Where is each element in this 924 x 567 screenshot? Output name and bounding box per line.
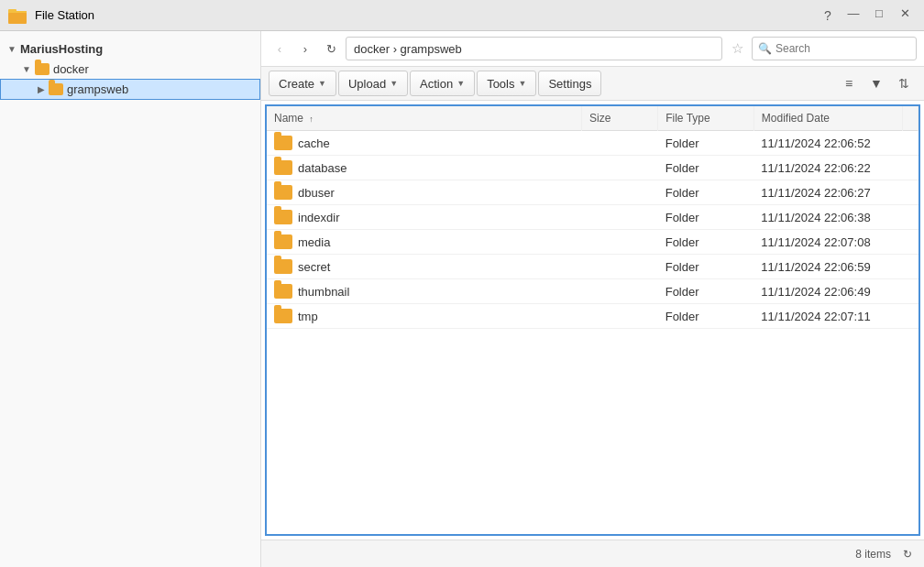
col-header-date[interactable]: Modified Date bbox=[754, 106, 902, 131]
file-list-container: Name ↑ Size File Type Modified Date bbox=[265, 104, 920, 536]
docker-folder-icon bbox=[35, 63, 50, 75]
file-date-cell: 11/11/2024 22:07:08 bbox=[754, 230, 902, 255]
view-buttons: ≡ ▼ ⇅ bbox=[836, 71, 917, 96]
refresh-button[interactable]: ↻ bbox=[320, 38, 342, 60]
close-button[interactable]: ✕ bbox=[893, 4, 917, 24]
folder-icon bbox=[274, 234, 292, 249]
file-size-cell bbox=[582, 131, 658, 156]
sidebar-host-label: MariusHosting bbox=[20, 42, 103, 56]
file-name-cell: secret bbox=[267, 255, 582, 279]
sidebar-subfolder-grampsweb[interactable]: ▶ grampsweb bbox=[0, 79, 260, 100]
col-header-size[interactable]: Size bbox=[582, 106, 658, 131]
col-header-name[interactable]: Name ↑ bbox=[267, 106, 582, 131]
file-date-cell: 11/11/2024 22:06:27 bbox=[754, 180, 902, 205]
tools-arrow: ▼ bbox=[519, 79, 527, 88]
file-name-cell: thumbnail bbox=[267, 279, 582, 304]
file-type-cell: Folder bbox=[658, 279, 754, 304]
file-more-cell bbox=[903, 304, 918, 329]
file-more-cell bbox=[903, 255, 918, 279]
create-button[interactable]: Create ▼ bbox=[269, 71, 336, 96]
file-more-cell bbox=[903, 279, 918, 304]
docker-arrow: ▼ bbox=[22, 64, 31, 74]
titlebar: File Station ? — □ ✕ bbox=[0, 0, 924, 31]
maximize-button[interactable]: □ bbox=[867, 4, 891, 24]
file-date-cell: 11/11/2024 22:06:49 bbox=[754, 279, 902, 304]
table-row[interactable]: dbuserFolder11/11/2024 22:06:27 bbox=[267, 180, 918, 205]
file-type-cell: Folder bbox=[658, 230, 754, 255]
file-size-cell bbox=[582, 230, 658, 255]
table-row[interactable]: tmpFolder11/11/2024 22:07:11 bbox=[267, 304, 918, 329]
bookmark-button[interactable]: ☆ bbox=[726, 38, 748, 60]
table-row[interactable]: databaseFolder11/11/2024 22:06:22 bbox=[267, 156, 918, 180]
file-size-cell bbox=[582, 304, 658, 329]
tools-button[interactable]: Tools ▼ bbox=[477, 71, 536, 96]
folder-icon bbox=[274, 309, 292, 323]
col-header-type[interactable]: File Type bbox=[658, 106, 754, 131]
action-button[interactable]: Action ▼ bbox=[410, 71, 475, 96]
file-name-cell: media bbox=[267, 230, 582, 255]
file-size-cell bbox=[582, 279, 658, 304]
view-options-button[interactable]: ▼ bbox=[864, 71, 889, 96]
file-type-cell: Folder bbox=[658, 180, 754, 205]
minimize-button[interactable]: — bbox=[842, 4, 865, 24]
file-name-cell: cache bbox=[267, 131, 582, 156]
upload-button[interactable]: Upload ▼ bbox=[338, 71, 408, 96]
folder-icon bbox=[274, 160, 292, 175]
table-row[interactable]: secretFolder11/11/2024 22:06:59 bbox=[267, 255, 918, 279]
file-name-cell: tmp bbox=[267, 304, 582, 329]
sidebar-host[interactable]: ▼ MariusHosting bbox=[0, 38, 260, 60]
col-header-more[interactable] bbox=[903, 106, 918, 131]
host-arrow: ▼ bbox=[7, 44, 16, 54]
list-view-button[interactable]: ≡ bbox=[836, 71, 862, 96]
content-area: ‹ › ↻ ☆ 🔍 Create ▼ Upload ▼ Action ▼ bbox=[261, 31, 924, 567]
forward-button[interactable]: › bbox=[294, 38, 316, 60]
settings-label: Settings bbox=[548, 77, 591, 91]
address-bar[interactable] bbox=[346, 37, 722, 60]
file-type-cell: Folder bbox=[658, 255, 754, 279]
file-name-cell: indexdir bbox=[267, 205, 582, 230]
file-size-cell bbox=[582, 255, 658, 279]
table-row[interactable]: thumbnailFolder11/11/2024 22:06:49 bbox=[267, 279, 918, 304]
sidebar-subfolder-label: grampsweb bbox=[67, 82, 128, 96]
items-count: 8 items bbox=[855, 548, 891, 561]
search-input[interactable] bbox=[776, 42, 904, 55]
nav-toolbar: ‹ › ↻ ☆ 🔍 bbox=[261, 31, 924, 67]
sort-arrow-name: ↑ bbox=[309, 114, 314, 124]
sidebar-folder-docker[interactable]: ▼ docker bbox=[0, 60, 260, 79]
app-title: File Station bbox=[35, 8, 816, 22]
table-header-row: Name ↑ Size File Type Modified Date bbox=[267, 106, 918, 131]
file-date-cell: 11/11/2024 22:06:22 bbox=[754, 156, 902, 180]
help-button[interactable]: ? bbox=[816, 4, 840, 27]
file-size-cell bbox=[582, 156, 658, 180]
file-date-cell: 11/11/2024 22:06:59 bbox=[754, 255, 902, 279]
file-more-cell bbox=[903, 131, 918, 156]
table-row[interactable]: cacheFolder11/11/2024 22:06:52 bbox=[267, 131, 918, 156]
grampsweb-folder-icon bbox=[49, 83, 63, 95]
back-button[interactable]: ‹ bbox=[269, 38, 291, 60]
folder-icon bbox=[274, 185, 292, 200]
file-name-cell: database bbox=[267, 156, 582, 180]
create-arrow: ▼ bbox=[318, 79, 326, 88]
window-controls: ? — □ ✕ bbox=[816, 4, 917, 27]
file-more-cell bbox=[903, 205, 918, 230]
svg-rect-3 bbox=[8, 13, 27, 23]
file-date-cell: 11/11/2024 22:07:11 bbox=[754, 304, 902, 329]
settings-button[interactable]: Settings bbox=[538, 71, 601, 96]
file-list-body: cacheFolder11/11/2024 22:06:52databaseFo… bbox=[267, 131, 918, 329]
table-row[interactable]: mediaFolder11/11/2024 22:07:08 bbox=[267, 230, 918, 255]
action-arrow: ▼ bbox=[456, 79, 465, 88]
folder-icon bbox=[274, 259, 292, 274]
table-row[interactable]: indexdirFolder11/11/2024 22:06:38 bbox=[267, 205, 918, 230]
sort-button[interactable]: ⇅ bbox=[891, 71, 917, 96]
status-refresh-button[interactable]: ↻ bbox=[898, 545, 917, 563]
file-name-cell: dbuser bbox=[267, 180, 582, 205]
file-more-cell bbox=[903, 230, 918, 255]
file-size-cell bbox=[582, 180, 658, 205]
folder-icon bbox=[274, 284, 292, 299]
folder-icon bbox=[274, 210, 292, 224]
file-type-cell: Folder bbox=[658, 131, 754, 156]
file-date-cell: 11/11/2024 22:06:52 bbox=[754, 131, 902, 156]
folder-icon bbox=[274, 136, 292, 150]
action-toolbar: Create ▼ Upload ▼ Action ▼ Tools ▼ Setti… bbox=[261, 67, 924, 101]
file-type-cell: Folder bbox=[658, 205, 754, 230]
